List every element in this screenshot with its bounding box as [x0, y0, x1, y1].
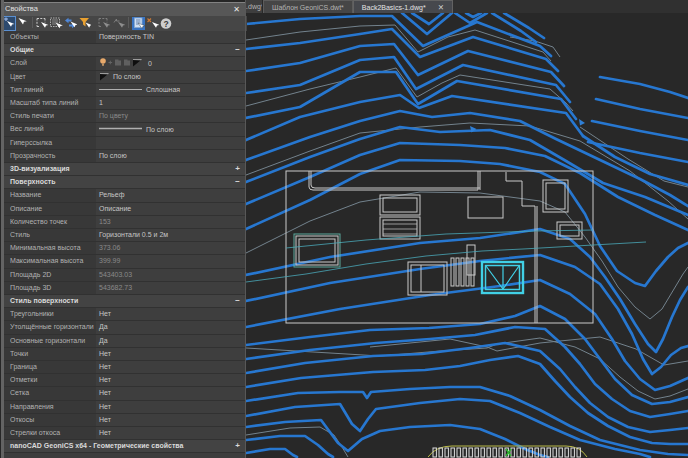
svg-text:?: ? [163, 19, 168, 29]
